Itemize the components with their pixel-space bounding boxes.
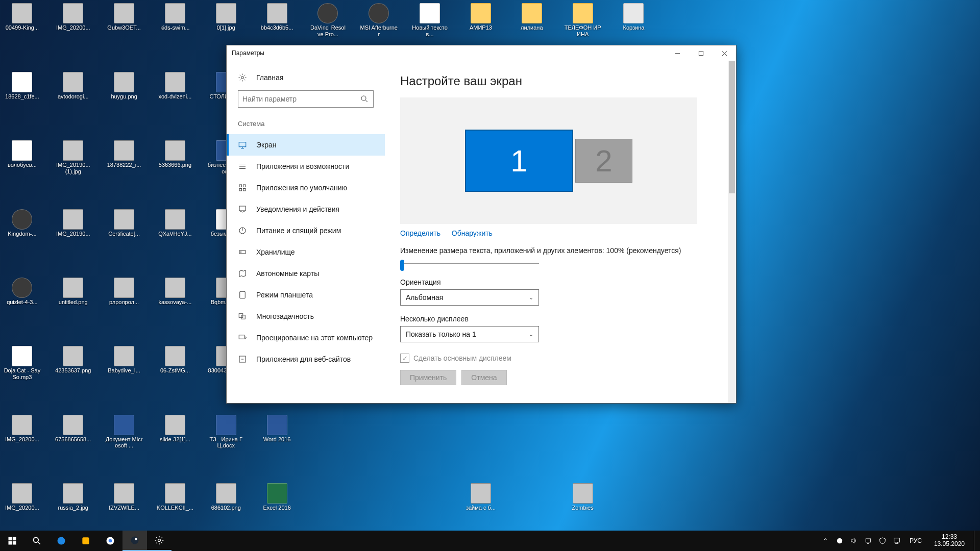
desktop-icon[interactable]: 18628_c1fe... (3, 72, 41, 100)
desktop-icon[interactable]: волобуев... (3, 140, 41, 168)
desktop-icon[interactable]: untitled.png (54, 278, 92, 306)
desktop-icon[interactable]: IMG_20190... (1).jpg (54, 140, 92, 174)
desktop-icon[interactable]: Zombies (564, 483, 602, 511)
file-icon (216, 483, 236, 504)
desktop-icon[interactable]: huygu.png (105, 72, 143, 100)
nav-offline-maps[interactable]: Автономные карты (227, 263, 385, 284)
desktop-icon[interactable]: Документ Microsoft ... (105, 415, 143, 449)
desktop-icon[interactable]: 6756865658... (54, 415, 92, 443)
desktop-icon[interactable]: kids-swim... (156, 3, 194, 31)
search-input[interactable] (242, 95, 360, 103)
desktop-icon[interactable]: 686102.png (207, 483, 245, 511)
nav-notifications[interactable]: Уведомления и действия (227, 198, 385, 220)
desktop-icon[interactable]: 42353637.png (54, 346, 92, 374)
desktop-icon[interactable]: xod-dvizeni... (156, 72, 194, 100)
nav-home[interactable]: Главная (227, 67, 385, 88)
desktop-icon[interactable]: Excel 2016 (258, 483, 296, 511)
nav-power[interactable]: Питание и спящий режим (227, 220, 385, 241)
desktop-icon[interactable]: 06-ZstMG... (156, 346, 194, 374)
desktop-icon[interactable]: 00499-King... (3, 3, 41, 31)
action-center-icon[interactable] (892, 536, 901, 545)
desktop-icon[interactable]: avtodorogi... (54, 72, 92, 100)
desktop-icon-label: 6756865658... (54, 436, 92, 443)
desktop-icon[interactable]: quizlet-4-3... (3, 278, 41, 306)
desktop-icon-label: Word 2016 (258, 436, 296, 443)
svg-rect-7 (243, 189, 246, 191)
desktop-icon[interactable]: KOLLEKCII_... (156, 483, 194, 511)
bluestacks-button[interactable] (74, 531, 98, 551)
file-icon (165, 483, 185, 504)
nav-apps[interactable]: Приложения и возможности (227, 156, 385, 177)
desktop-icon[interactable]: MSI Afterburner (360, 3, 398, 37)
desktop-icon[interactable]: DaVinci Resolve Pro... (309, 3, 347, 37)
desktop-icon[interactable]: Doja Cat - Say So.mp3 (3, 346, 41, 380)
monitor-2[interactable]: 2 (575, 139, 632, 183)
desktop-icon[interactable]: АМИР13 (462, 3, 500, 31)
chrome-button[interactable] (98, 531, 122, 551)
network-icon[interactable] (864, 536, 873, 545)
scrollbar[interactable] (728, 61, 736, 403)
slider-thumb[interactable] (400, 260, 404, 271)
desktop-icon[interactable]: займа с б... (462, 483, 500, 511)
settings-taskbar-button[interactable] (147, 531, 172, 551)
search-button[interactable] (24, 531, 49, 551)
close-button[interactable] (713, 45, 736, 61)
desktop-icon[interactable]: 5363666.png (156, 140, 194, 168)
desktop-icon[interactable]: IMG_20190... (54, 209, 92, 237)
show-desktop-button[interactable] (974, 531, 977, 551)
nav-website-apps[interactable]: Приложения для веб-сайтов (227, 348, 385, 370)
edge-button[interactable] (49, 531, 74, 551)
detect-link[interactable]: Обнаружить (452, 229, 493, 237)
nav-storage[interactable]: Хранилище (227, 241, 385, 263)
desktop-icon[interactable]: Word 2016 (258, 415, 296, 443)
windows-icon (238, 312, 247, 321)
desktop-icon[interactable]: slide-32[1]... (156, 415, 194, 443)
desktop-icon[interactable]: kassovaya-... (156, 278, 194, 306)
desktop-icon[interactable]: QXaVHeYJ... (156, 209, 194, 237)
monitor-1[interactable]: 1 (465, 130, 573, 192)
desktop-icon[interactable]: ТЗ - Ирина ГЦ.docx (207, 415, 245, 449)
language-indicator[interactable]: РУС (906, 537, 925, 544)
orientation-combo[interactable]: Альбомная ⌄ (400, 289, 539, 306)
desktop-icon[interactable]: ТЕЛЕФОН ИРИНА (564, 3, 602, 37)
desktop-icon[interactable]: Корзина (615, 3, 652, 31)
nav-projecting[interactable]: Проецирование на этот компьютер (227, 327, 385, 348)
scale-slider[interactable] (400, 258, 539, 269)
file-icon (165, 209, 185, 230)
search-box[interactable] (238, 90, 374, 108)
minimize-button[interactable] (666, 45, 689, 61)
nav-display[interactable]: Экран (227, 134, 385, 156)
nav-tablet-mode[interactable]: Режим планшета (227, 284, 385, 306)
multi-display-combo[interactable]: Показать только на 1 ⌄ (400, 326, 539, 342)
maximize-button[interactable] (689, 45, 713, 61)
desktop-icon[interactable]: Certificate[... (105, 209, 143, 237)
scrollbar-thumb[interactable] (729, 61, 735, 193)
desktop-icon[interactable]: Новый текстов... (411, 3, 449, 37)
desktop-icon[interactable]: IMG_20200... (3, 483, 41, 511)
desktop-icon[interactable]: рлролрол... (105, 278, 143, 306)
tray-chevron-icon[interactable]: ⌃ (821, 536, 830, 545)
clock[interactable]: 12:33 13.05.2020 (930, 534, 969, 548)
desktop-icon[interactable]: russia_2.jpg (54, 483, 92, 511)
file-icon (114, 346, 134, 366)
volume-icon[interactable] (849, 536, 859, 545)
desktop-icon[interactable]: Babydive_I... (105, 346, 143, 374)
desktop-icon[interactable]: лилиана (513, 3, 551, 31)
display-arrangement[interactable]: 1 2 (400, 97, 697, 224)
steam-tray-icon[interactable] (835, 536, 844, 545)
defender-icon[interactable] (878, 536, 887, 545)
steam-button[interactable] (122, 531, 147, 551)
identify-link[interactable]: Определить (400, 229, 440, 237)
desktop-icon[interactable]: IMG_20200... (54, 3, 92, 31)
desktop-icon[interactable]: fZVZWfLE... (105, 483, 143, 511)
desktop-icon[interactable]: 0[1].jpg (207, 3, 245, 31)
nav-multitasking[interactable]: Многозадачность (227, 306, 385, 327)
desktop-icon[interactable]: 18738222_i... (105, 140, 143, 168)
desktop-icon[interactable]: IMG_20200... (3, 415, 41, 443)
nav-default-apps[interactable]: Приложения по умолчанию (227, 177, 385, 198)
start-button[interactable] (0, 531, 24, 551)
file-icon (63, 72, 83, 92)
desktop-icon[interactable]: bb4c3d6b5... (258, 3, 296, 31)
desktop-icon[interactable]: Gubw3OET... (105, 3, 143, 31)
desktop-icon[interactable]: Kingdom-... (3, 209, 41, 237)
